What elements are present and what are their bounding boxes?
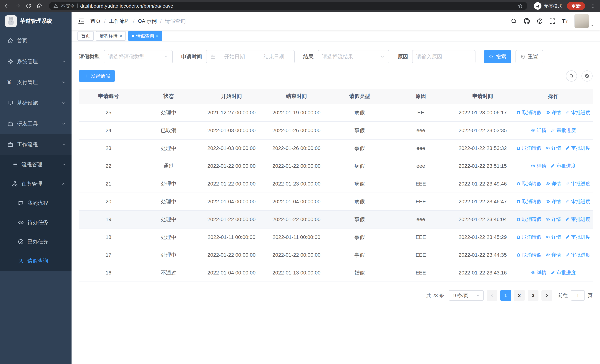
approval-progress-link[interactable]: 审批进度	[565, 180, 590, 187]
approval-progress-link[interactable]: 审批进度	[565, 109, 590, 116]
bookmark-star-icon[interactable]	[518, 3, 523, 9]
sidebar-item-my-processes[interactable]: 我的流程	[0, 194, 72, 213]
spy-glyph-icon	[535, 3, 540, 8]
breadcrumb-item[interactable]: 工作流程	[109, 18, 130, 25]
search-button[interactable]: 搜索	[484, 50, 511, 63]
breadcrumb-item[interactable]: 首页	[90, 18, 101, 25]
tab-label: 请假查询	[136, 33, 154, 39]
forward-icon[interactable]	[15, 3, 21, 9]
reason-input[interactable]	[416, 54, 471, 60]
breadcrumb: 首页/工作流程/OA 示例/请假查询	[90, 18, 186, 25]
create-leave-button[interactable]: 发起请假	[79, 70, 115, 82]
trash-icon	[516, 199, 521, 204]
chevron-left-icon	[490, 293, 494, 298]
user-avatar[interactable]	[574, 14, 594, 28]
approval-progress-link[interactable]: 审批进度	[565, 198, 590, 205]
reload-icon[interactable]	[26, 3, 31, 9]
close-icon[interactable]: ×	[156, 34, 159, 38]
detail-link[interactable]: 详情	[545, 180, 561, 187]
sidebar-item-process-mgmt[interactable]: 流程管理	[0, 155, 72, 174]
op-label: 审批进度	[571, 216, 590, 223]
sidebar-item-leave-query[interactable]: 请假查询	[0, 251, 72, 271]
github-icon[interactable]	[523, 18, 530, 25]
result-placeholder: 请选择流结果	[322, 53, 353, 60]
sidebar-item-system-mgmt[interactable]: 系统管理	[0, 51, 72, 72]
approval-progress-link[interactable]: 审批进度	[551, 127, 576, 134]
approval-progress-link[interactable]: 审批进度	[565, 145, 590, 151]
detail-link[interactable]: 详情	[545, 145, 561, 151]
app-logo[interactable]: 芋道管理系统	[0, 12, 72, 30]
approval-progress-link[interactable]: 审批进度	[551, 270, 576, 276]
search-icon[interactable]	[511, 18, 517, 24]
sidebar-item-done-tasks[interactable]: 已办任务	[0, 232, 72, 251]
goto-page-input[interactable]	[571, 290, 585, 301]
sidebar-item-label: 请假查询	[28, 257, 66, 264]
detail-link[interactable]: 详情	[545, 216, 561, 223]
detail-link[interactable]: 详情	[545, 252, 561, 258]
sidebar-item-label: 任务管理	[21, 180, 58, 187]
leave-type-select[interactable]: 请选择请假类型	[104, 50, 173, 63]
sidebar-item-payment-mgmt[interactable]: ¥支付管理	[0, 72, 72, 93]
update-button[interactable]: 更新	[567, 2, 585, 10]
cell-id: 17	[79, 246, 138, 264]
sidebar-item-todo-tasks[interactable]: 待办任务	[0, 213, 72, 232]
end-date-placeholder[interactable]: 结束日期	[258, 53, 290, 60]
sidebar-item-home[interactable]: 首页	[0, 30, 72, 51]
detail-link[interactable]: 详情	[531, 270, 546, 276]
refresh-table-button[interactable]	[581, 70, 593, 82]
op-label: 审批进度	[571, 109, 590, 116]
cancel-leave-link[interactable]: 取消请假	[516, 109, 542, 116]
cancel-leave-link[interactable]: 取消请假	[516, 234, 542, 240]
url-text[interactable]: dashboard.yudao.iocoder.cn/bpm/oa/leave	[80, 3, 515, 9]
sidebar-item-workflow[interactable]: 工作流程	[0, 134, 72, 155]
start-date-placeholder[interactable]: 开始日期	[218, 53, 251, 60]
result-select[interactable]: 请选择流结果	[318, 50, 389, 63]
cancel-leave-link[interactable]: 取消请假	[516, 216, 542, 223]
tab-home[interactable]: 首页	[77, 31, 94, 41]
fullscreen-icon[interactable]	[549, 18, 555, 24]
cancel-leave-link[interactable]: 取消请假	[516, 145, 542, 151]
cell-type: 事假	[329, 246, 390, 264]
browser-menu-icon[interactable]	[590, 3, 596, 9]
detail-link[interactable]: 详情	[531, 163, 546, 169]
page-size-select[interactable]: 10条/页	[449, 290, 484, 301]
detail-link[interactable]: 详情	[531, 127, 546, 134]
cell-applied: 2022-01-22 23:43:16	[451, 264, 514, 282]
approval-progress-link[interactable]: 审批进度	[565, 216, 590, 223]
page-button[interactable]: 3	[528, 290, 538, 301]
tab-leave-query[interactable]: 请假查询×	[128, 31, 162, 41]
detail-link[interactable]: 详情	[545, 198, 561, 205]
cancel-leave-link[interactable]: 取消请假	[516, 198, 542, 205]
cancel-leave-link[interactable]: 取消请假	[516, 180, 542, 187]
op-label: 审批进度	[571, 198, 590, 205]
prev-page-button[interactable]	[487, 290, 497, 301]
logo-image	[5, 15, 17, 27]
sidebar-item-dev-tools[interactable]: 研发工具	[0, 113, 72, 134]
sidebar-item-task-mgmt[interactable]: 任务管理	[0, 174, 72, 194]
font-size-icon[interactable]: TT	[562, 18, 568, 25]
approval-progress-link[interactable]: 审批进度	[565, 234, 590, 240]
eye-icon	[545, 181, 550, 186]
page-button[interactable]: 1	[500, 290, 511, 301]
approval-progress-link[interactable]: 审批进度	[551, 163, 576, 169]
sidebar-item-infrastructure[interactable]: 基础设施	[0, 93, 72, 113]
toggle-search-button[interactable]	[566, 70, 577, 82]
close-icon[interactable]: ×	[119, 34, 122, 38]
page-button[interactable]: 2	[514, 290, 525, 301]
reset-button[interactable]: 重置	[516, 50, 543, 63]
cancel-leave-link[interactable]: 取消请假	[516, 252, 542, 258]
sidebar-toggle-icon[interactable]	[77, 18, 85, 25]
cell-actions: 取消请假详情审批进度	[514, 246, 593, 264]
help-icon[interactable]	[537, 18, 543, 24]
back-icon[interactable]	[4, 3, 10, 9]
approval-progress-link[interactable]: 审批进度	[565, 252, 590, 258]
detail-link[interactable]: 详情	[545, 234, 561, 240]
next-page-button[interactable]	[542, 290, 552, 301]
url-bar[interactable]: 不安全 dashboard.yudao.iocoder.cn/bpm/oa/le…	[49, 2, 527, 10]
security-label[interactable]: 不安全	[61, 3, 75, 9]
apply-time-range[interactable]: 开始日期 - 结束日期	[206, 50, 295, 63]
browser-home-icon[interactable]	[36, 3, 42, 9]
breadcrumb-item[interactable]: OA 示例	[138, 18, 157, 25]
detail-link[interactable]: 详情	[545, 109, 561, 116]
tab-process-detail[interactable]: 流程详情×	[96, 31, 126, 41]
